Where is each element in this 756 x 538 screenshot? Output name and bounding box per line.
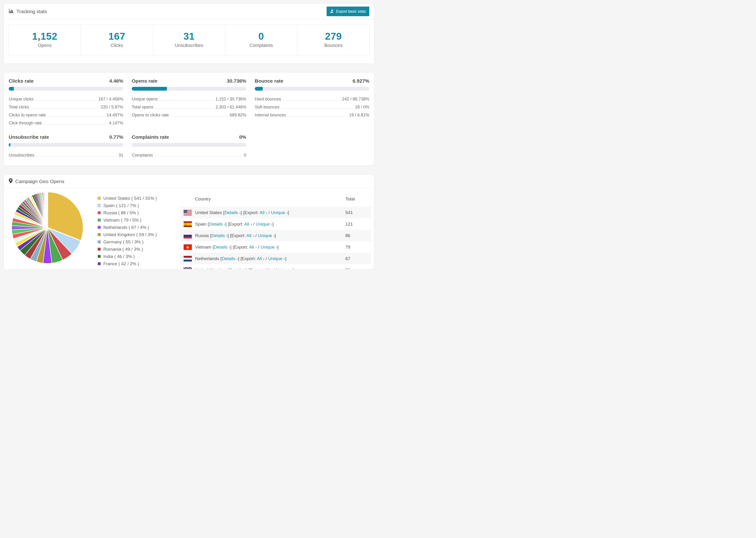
stat-cell-unsubscribes: 31 Unsubscribes bbox=[153, 25, 225, 55]
rate-detail-label: Internal bounces bbox=[255, 113, 286, 118]
stat-label: Unsubscribes bbox=[155, 43, 223, 48]
rate-progress-fill bbox=[9, 143, 10, 147]
rate-detail-label: Total opens bbox=[132, 105, 153, 110]
legend-item[interactable]: Spain ( 121 / 7% ) bbox=[97, 202, 175, 209]
geo-row-total: 59 bbox=[345, 268, 371, 269]
legend-swatch bbox=[97, 196, 101, 200]
export-icon bbox=[330, 9, 334, 14]
stat-value: 1,152 bbox=[11, 31, 78, 42]
geo-row-total: 541 bbox=[345, 210, 371, 215]
legend-swatch bbox=[97, 240, 101, 243]
legend-item[interactable]: France ( 42 / 2% ) bbox=[97, 260, 175, 267]
export-unique-link[interactable]: Unique › bbox=[271, 210, 288, 215]
dotted-leader bbox=[281, 105, 353, 108]
legend-item[interactable]: Romania ( 49 / 3% ) bbox=[97, 245, 175, 253]
geo-row-total: 79 bbox=[345, 244, 371, 250]
export-all-link[interactable]: All › bbox=[246, 233, 254, 238]
rate-progress-track bbox=[9, 87, 123, 91]
geo-table-col-total: Total bbox=[345, 196, 371, 202]
legend-item[interactable]: Vietnam ( 79 / 5% ) bbox=[97, 216, 175, 224]
dotted-leader bbox=[35, 97, 97, 100]
legend-label: Romania ( 49 / 3% ) bbox=[103, 247, 143, 252]
rate-detail-row: Unsubscribes 31 bbox=[9, 151, 123, 159]
rate-block: Bounce rate 6.927% Hard bounces 242 / 86… bbox=[255, 78, 369, 127]
details-link[interactable]: Details › bbox=[229, 268, 246, 269]
export-unique-link[interactable]: Unique › bbox=[268, 256, 285, 261]
geo-row-country: United States [Details ›] [Export: All ›… bbox=[192, 210, 345, 215]
rate-title: Complaints rate bbox=[132, 134, 169, 140]
export-all-link[interactable]: All › bbox=[260, 210, 267, 215]
rate-progress-track bbox=[132, 87, 246, 91]
stat-value: 31 bbox=[155, 31, 223, 42]
rate-detail-row: Total opens 2,303 / 61.446% bbox=[132, 103, 246, 111]
stat-label: Clicks bbox=[83, 43, 150, 48]
geo-table-row: United States [Details ›] [Export: All ›… bbox=[180, 207, 371, 218]
legend-label: Canada ( 40 / 2% ) bbox=[103, 269, 141, 269]
flag-icon-gb bbox=[184, 267, 192, 269]
rate-detail-label: Total clicks bbox=[9, 105, 29, 110]
rate-progress-fill bbox=[255, 87, 263, 91]
details-link[interactable]: Details › bbox=[222, 256, 238, 261]
geo-opens-card: Campaign Geo Opens United States ( 541 /… bbox=[4, 175, 374, 269]
rate-detail-value: 220 / 5.87% bbox=[101, 105, 123, 110]
rate-detail-row: Unique opens 1,152 / 30.736% bbox=[132, 95, 246, 103]
rate-title: Bounce rate bbox=[255, 78, 283, 84]
legend-swatch bbox=[97, 218, 101, 222]
rate-head: Bounce rate 6.927% bbox=[255, 78, 369, 84]
geo-opens-title: Campaign Geo Opens bbox=[9, 178, 64, 185]
legend-label: Vietnam ( 79 / 5% ) bbox=[103, 218, 141, 223]
rate-detail-row: Click through rate 4.147% bbox=[9, 119, 123, 127]
flag-icon-us bbox=[184, 210, 192, 215]
geo-row-country: Vietnam [Details ›] [Export: All › / Uni… bbox=[192, 244, 345, 250]
details-link[interactable]: Details › bbox=[209, 222, 225, 227]
stat-value: 279 bbox=[300, 31, 367, 42]
stats-wrap: 1,152 Opens 167 Clicks 31 Unsubscribes 0… bbox=[4, 19, 374, 64]
rate-detail-value: 19 / 6.81% bbox=[349, 113, 369, 118]
rate-progress-fill bbox=[9, 87, 14, 91]
legend-item[interactable]: Russia ( 86 / 5% ) bbox=[97, 209, 175, 216]
dotted-leader bbox=[47, 113, 105, 116]
legend-label: Germany ( 55 / 3% ) bbox=[103, 240, 143, 244]
geo-table-row: Russia [Details ›] [Export: All › / Uniq… bbox=[180, 230, 371, 241]
geo-row-total: 67 bbox=[345, 256, 371, 261]
legend-item[interactable]: United Kingdom ( 59 / 3% ) bbox=[97, 231, 175, 238]
legend-item[interactable]: Germany ( 55 / 3% ) bbox=[97, 238, 175, 245]
rate-block: Opens rate 30.736% Unique opens 1,152 / … bbox=[132, 78, 246, 127]
legend-item[interactable]: Canada ( 40 / 2% ) bbox=[97, 267, 175, 269]
flag-icon-nl bbox=[184, 256, 192, 261]
geo-pie-chart bbox=[11, 191, 84, 265]
export-unique-link[interactable]: Unique › bbox=[276, 268, 293, 269]
details-link[interactable]: Details › bbox=[214, 244, 230, 249]
export-unique-link[interactable]: Unique › bbox=[260, 244, 277, 249]
geo-table-row: Spain [Details ›] [Export: All › / Uniqu… bbox=[180, 218, 371, 230]
export-all-link[interactable]: All › bbox=[265, 268, 272, 269]
export-unique-link[interactable]: Unique › bbox=[258, 233, 275, 238]
rate-percent: 4.46% bbox=[109, 78, 123, 84]
rate-detail-value: 2,303 / 61.446% bbox=[216, 105, 246, 110]
legend-swatch bbox=[97, 247, 101, 251]
legend-swatch bbox=[97, 255, 101, 258]
rate-head: Unsubscribe rate 0.77% bbox=[9, 134, 123, 140]
details-link[interactable]: Details › bbox=[211, 233, 228, 238]
rate-detail-label: Click through rate bbox=[9, 121, 42, 126]
export-all-link[interactable]: All › bbox=[244, 222, 252, 227]
stats-row: 1,152 Opens 167 Clicks 31 Unsubscribes 0… bbox=[9, 24, 369, 55]
export-all-link[interactable]: All › bbox=[257, 256, 265, 261]
rate-head: Opens rate 30.736% bbox=[132, 78, 246, 84]
details-link[interactable]: Details › bbox=[225, 210, 241, 215]
stat-value: 0 bbox=[228, 31, 295, 42]
rate-detail-row: Unique clicks 167 / 4.456% bbox=[9, 95, 123, 103]
rate-detail-row: Opens to clicks rate 689.82% bbox=[132, 111, 246, 119]
stat-label: Bounces bbox=[300, 43, 367, 48]
legend-item[interactable]: United States ( 541 / 31% ) bbox=[97, 194, 175, 202]
legend-item[interactable]: India ( 46 / 3% ) bbox=[97, 253, 175, 260]
tracking-stats-header: Tracking stats Export basic stats bbox=[4, 4, 374, 19]
tracking-stats-title-text: Tracking stats bbox=[17, 9, 47, 14]
export-all-link[interactable]: All › bbox=[249, 244, 257, 249]
export-basic-stats-button[interactable]: Export basic stats bbox=[327, 7, 369, 16]
legend-label: United States ( 541 / 31% ) bbox=[103, 196, 157, 201]
dotted-leader bbox=[31, 105, 99, 108]
export-unique-link[interactable]: Unique › bbox=[256, 222, 273, 227]
legend-item[interactable]: Netherlands ( 67 / 4% ) bbox=[97, 224, 175, 231]
geo-row-total: 121 bbox=[345, 222, 371, 227]
